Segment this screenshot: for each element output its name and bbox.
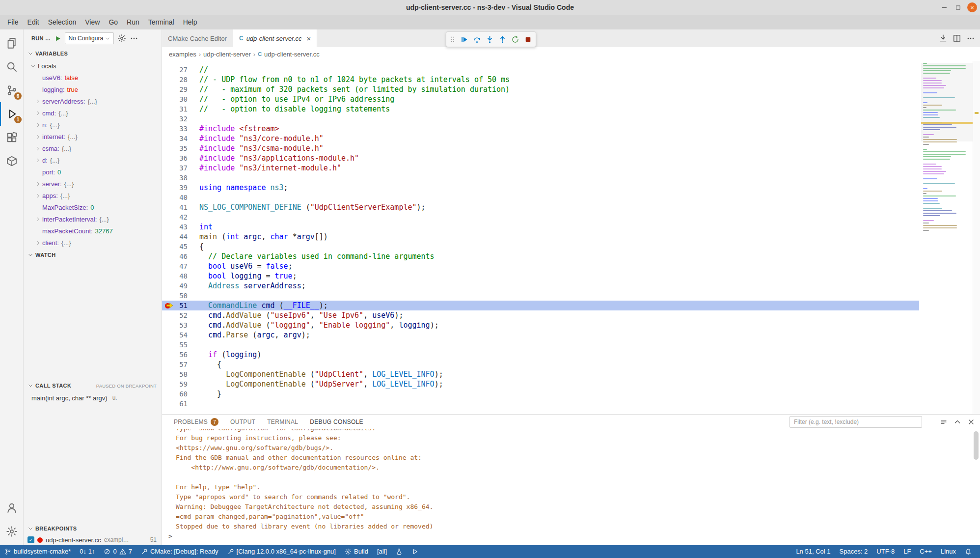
chevron-right-icon[interactable]	[35, 181, 41, 187]
status-cmake-kit[interactable]: buildsystem-cmake*	[0, 545, 75, 558]
line-number[interactable]: 53	[162, 320, 188, 330]
code-line-56[interactable]: 56 if (logging)	[162, 350, 919, 360]
more-icon[interactable]	[966, 34, 975, 43]
minimize-icon[interactable]	[940, 3, 949, 12]
code-line-27[interactable]: 27//	[162, 65, 919, 75]
tab-problems[interactable]: PROBLEMS 7	[174, 415, 218, 429]
status-problems[interactable]: 07	[99, 545, 136, 558]
line-number[interactable]: 27	[162, 65, 188, 75]
download-icon[interactable]	[939, 34, 948, 43]
line-number[interactable]: 41	[162, 202, 188, 212]
status-eol[interactable]: LF	[899, 545, 915, 558]
code-line-60[interactable]: 60 }	[162, 389, 919, 399]
line-number[interactable]: 32	[162, 114, 188, 124]
chevron-right-icon[interactable]	[35, 240, 41, 246]
code-line-54[interactable]: 54 cmd.Parse (argc, argv);	[162, 330, 919, 340]
minimap[interactable]	[921, 63, 973, 414]
line-number[interactable]: 36	[162, 153, 188, 163]
step-out-button[interactable]	[497, 34, 507, 44]
breadcrumb-examples[interactable]: examples	[169, 51, 196, 58]
variable-row-n[interactable]: n:{...}	[24, 119, 162, 131]
maximize-icon[interactable]	[953, 3, 962, 12]
code-line-50[interactable]: 50	[162, 291, 919, 301]
line-number[interactable]: 37	[162, 163, 188, 173]
more-actions-icon[interactable]	[130, 34, 138, 43]
tab-debug-console[interactable]: DEBUG CONSOLE	[310, 415, 363, 429]
line-number[interactable]: 38	[162, 173, 188, 183]
line-number[interactable]: 46	[162, 251, 188, 261]
chevron-right-icon[interactable]	[35, 122, 41, 128]
code-line-29[interactable]: 29// - maximum of 320 packets sent (or l…	[162, 84, 919, 94]
status-encoding[interactable]: UTF-8	[872, 545, 899, 558]
console-scrollbar[interactable]	[974, 431, 979, 460]
activity-cmake[interactable]	[0, 149, 24, 173]
code-line-51[interactable]: 51 CommandLine cmd (__FILE__);	[162, 301, 919, 310]
status-cursor-position[interactable]: Ln 51, Col 1	[791, 545, 835, 558]
menu-file[interactable]: File	[3, 15, 23, 29]
menu-go[interactable]: Go	[104, 15, 122, 29]
status-os[interactable]: Linux	[936, 545, 960, 558]
code-line-61[interactable]: 61	[162, 399, 919, 409]
variable-row-d[interactable]: d:{...}	[24, 154, 162, 166]
code-line-43[interactable]: 43int	[162, 222, 919, 232]
variable-row-useV6[interactable]: useV6:false	[24, 72, 162, 84]
activity-search[interactable]	[0, 55, 24, 79]
line-number[interactable]: 34	[162, 134, 188, 143]
code-line-41[interactable]: 41NS_LOG_COMPONENT_DEFINE ("UdpClientSer…	[162, 202, 919, 212]
menu-edit[interactable]: Edit	[23, 15, 44, 29]
code-line-42[interactable]: 42	[162, 212, 919, 222]
chevron-right-icon[interactable]	[35, 99, 41, 104]
line-number[interactable]: 33	[162, 124, 188, 134]
menu-run[interactable]: Run	[122, 15, 144, 29]
activity-extensions[interactable]	[0, 126, 24, 149]
status-cmake-build[interactable]: Build	[340, 545, 373, 558]
chevron-right-icon[interactable]	[35, 146, 41, 151]
chevron-right-icon[interactable]	[35, 193, 41, 198]
console-output[interactable]: Type "show configuration" for configurat…	[162, 429, 980, 531]
line-number[interactable]: 40	[162, 193, 188, 202]
tab-cmake-cache-editor[interactable]: CMake Cache Editor	[162, 29, 233, 47]
tab-output[interactable]: OUTPUT	[230, 415, 255, 429]
line-number[interactable]: 61	[162, 399, 188, 409]
console-filter-input[interactable]	[789, 416, 922, 428]
status-cmake-launch[interactable]	[407, 545, 423, 558]
line-number[interactable]: 45	[162, 242, 188, 251]
restart-button[interactable]	[510, 34, 520, 44]
console-prompt-row[interactable]: >	[162, 531, 980, 541]
activity-account[interactable]	[0, 496, 24, 520]
code-line-45[interactable]: 45{	[162, 242, 919, 251]
code-line-30[interactable]: 30// - option to use IPv4 or IPv6 addres…	[162, 94, 919, 104]
code-line-49[interactable]: 49 Address serverAddress;	[162, 281, 919, 291]
status-language-mode[interactable]: C++	[915, 545, 936, 558]
chevron-right-icon[interactable]	[35, 217, 41, 222]
chevron-right-icon[interactable]	[35, 111, 41, 116]
line-number[interactable]: 44	[162, 232, 188, 242]
activity-run-and-debug[interactable]: 1	[0, 102, 24, 126]
code-line-39[interactable]: 39using namespace ns3;	[162, 183, 919, 193]
menu-view[interactable]: View	[81, 15, 104, 29]
line-number[interactable]: 57	[162, 360, 188, 369]
activity-explorer[interactable]	[0, 31, 24, 55]
line-number[interactable]: 58	[162, 369, 188, 379]
grip-icon[interactable]	[449, 35, 456, 44]
line-number[interactable]: 52	[162, 310, 188, 320]
line-number[interactable]: 49	[162, 281, 188, 291]
chevron-right-icon[interactable]	[35, 158, 41, 163]
variable-row-maxPacketCount[interactable]: maxPacketCount:32767	[24, 225, 162, 237]
gear-icon[interactable]	[117, 34, 126, 43]
variable-row-interPacketInterval[interactable]: interPacketInterval:{...}	[24, 213, 162, 225]
variable-row-csma[interactable]: csma:{...}	[24, 142, 162, 154]
watch-section-header[interactable]: WATCH	[24, 249, 162, 261]
line-number[interactable]: 28	[162, 75, 188, 84]
code-line-48[interactable]: 48 bool logging = true;	[162, 271, 919, 281]
code-line-57[interactable]: 57 {	[162, 360, 919, 369]
line-number[interactable]: 43	[162, 222, 188, 232]
menu-selection[interactable]: Selection	[44, 15, 81, 29]
code-line-52[interactable]: 52 cmd.AddValue ("useIpv6", "Use Ipv6", …	[162, 310, 919, 320]
code-area[interactable]: 27//28// - UDP flow from n0 to n1 of 102…	[162, 61, 919, 414]
stop-button[interactable]	[523, 34, 533, 44]
line-number[interactable]: 48	[162, 271, 188, 281]
line-number[interactable]: 30	[162, 94, 188, 104]
line-number[interactable]: 56	[162, 350, 188, 360]
code-line-47[interactable]: 47 bool useV6 = false;	[162, 261, 919, 271]
